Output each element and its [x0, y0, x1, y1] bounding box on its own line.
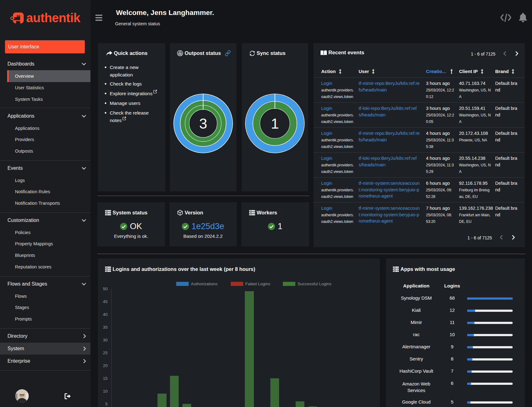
svg-text:1: 1 [271, 115, 279, 132]
svg-text:authentik: authentik [26, 11, 81, 25]
svg-text:3: 3 [199, 115, 207, 132]
